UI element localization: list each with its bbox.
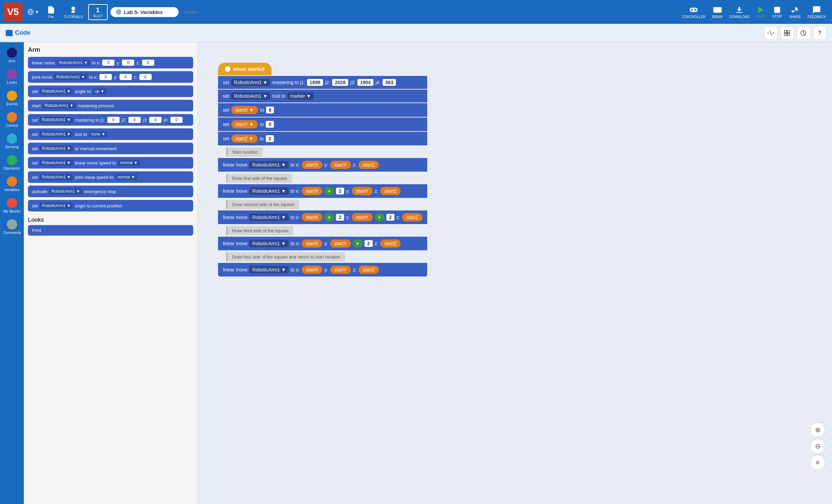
grid-view-button[interactable]: [780, 26, 794, 40]
secondary-bar: Code ?: [0, 24, 832, 42]
set-origin-block[interactable]: set RoboticArm1 ▼ origin to current posi…: [28, 200, 193, 211]
sidebar-item-events[interactable]: Events: [1, 89, 22, 108]
set-joint-speed-block[interactable]: set RoboticArm1 ▼ joint move speed to no…: [28, 171, 193, 183]
canvas-startx-var[interactable]: startX ▼: [231, 106, 258, 114]
canvas-arm-dd-2[interactable]: RoboticArm1 ▼: [231, 92, 271, 100]
canvas-lm-2[interactable]: linear move RoboticArm1 ▼ to x: startX +…: [218, 184, 427, 198]
canvas-arm-dd-1[interactable]: RoboticArm1 ▼: [231, 79, 271, 86]
set-mastering-block[interactable]: set RoboticArm1 ▼ mastering to j1: j2: j…: [28, 114, 193, 126]
canvas-lm2-plus1: +: [324, 187, 334, 195]
robotic-arm-dd-10[interactable]: RoboticArm1 ▼: [49, 188, 82, 194]
robotic-arm-dd-9[interactable]: RoboticArm1 ▼: [40, 174, 73, 180]
comment-second-side[interactable]: Draw second side of the square: [226, 200, 299, 209]
jm-y-input[interactable]: [120, 74, 132, 80]
set-manual-block[interactable]: set RoboticArm1 ▼ to manual movement: [28, 143, 193, 154]
canvas-lm-1[interactable]: linear move RoboticArm1 ▼ to x: startX y…: [218, 158, 427, 172]
sidebar-item-variables[interactable]: Variables: [1, 174, 22, 194]
j3-input[interactable]: [149, 117, 161, 123]
canvas-arm-dd-3[interactable]: RoboticArm1 ▼: [249, 161, 289, 169]
canvas-set-startx[interactable]: set startX ▼ to 8: [218, 103, 427, 117]
robotic-arm-dd-3[interactable]: RoboticArm1 ▼: [40, 88, 73, 94]
globe-button[interactable]: ▼: [25, 7, 41, 17]
zoom-out-button[interactable]: ⊖: [810, 439, 825, 454]
canvas-arm-dd-7[interactable]: RoboticArm1 ▼: [249, 266, 289, 273]
lm-z-input[interactable]: [142, 60, 154, 66]
j1-input[interactable]: [107, 117, 120, 123]
sidebar-item-arm[interactable]: Arm: [1, 46, 22, 65]
canvas-set-tool[interactable]: set RoboticArm1 ▼ tool to marker ▼: [218, 90, 427, 103]
linear-move-block[interactable]: linear move RoboticArm1 ▼ to x: y: z:: [28, 57, 193, 68]
set-tool-block[interactable]: set RoboticArm1 ▼ tool to none ▼: [28, 128, 193, 140]
robotic-arm-dd-2[interactable]: RoboticArm1 ▼: [54, 74, 87, 80]
lm-x-input[interactable]: [102, 60, 114, 66]
robotic-arm-dd-1[interactable]: RoboticArm1 ▼: [57, 60, 90, 66]
share-label: SHARE: [789, 15, 801, 19]
joint-speed-dd[interactable]: normal ▼: [115, 174, 137, 180]
sidebar-item-looks[interactable]: Looks: [1, 67, 22, 86]
start-mastering-block[interactable]: start RoboticArm1 ▼ mastering process: [28, 100, 193, 111]
operators-dot: [7, 155, 17, 165]
comment-fourth-side[interactable]: Draw four side of the square and return …: [226, 252, 345, 262]
robotic-arm-dd-7[interactable]: RoboticArm1 ▼: [40, 145, 73, 152]
sidebar-item-control[interactable]: Control: [1, 110, 22, 129]
tool-dd[interactable]: none ▼: [89, 131, 107, 137]
j4-input[interactable]: [170, 117, 183, 123]
robotic-arm-dd-5[interactable]: RoboticArm1 ▼: [40, 117, 73, 123]
canvas-lm-4[interactable]: linear move RoboticArm1 ▼ to x: startX y…: [218, 237, 427, 250]
sidebar-item-comments[interactable]: Comments: [1, 217, 22, 237]
share-button[interactable]: SHARE: [786, 4, 803, 20]
code-view-button[interactable]: [764, 26, 777, 40]
canvas-set-mastering[interactable]: set RoboticArm1 ▼ mastering to j1: 1898 …: [218, 76, 427, 89]
file-button[interactable]: File: [44, 4, 58, 20]
print-block[interactable]: Print: [28, 225, 193, 236]
set-linear-speed-block[interactable]: set RoboticArm1 ▼ linear move speed to n…: [28, 157, 193, 169]
canvas-arm-dd-6[interactable]: RoboticArm1 ▼: [249, 240, 289, 247]
comment-start-location[interactable]: Start location: [226, 147, 263, 157]
canvas-area[interactable]: when started set RoboticArm1 ▼ mastering…: [198, 42, 832, 504]
canvas-startx-val: 8: [266, 107, 274, 113]
run-button[interactable]: RUN: [754, 4, 768, 20]
canvas-arm-dd-5[interactable]: RoboticArm1 ▼: [249, 214, 289, 221]
code-tab[interactable]: Code: [5, 29, 30, 37]
zoom-in-button[interactable]: ⊕: [810, 422, 825, 437]
sidebar-item-myblocks[interactable]: My Blocks: [1, 196, 22, 215]
canvas-starty-var[interactable]: startY ▼: [231, 120, 258, 128]
robotic-arm-dd-6[interactable]: RoboticArm1 ▼: [40, 131, 73, 137]
controller-button[interactable]: CONTROLLER: [679, 4, 708, 20]
tutorials-button[interactable]: TUTORIALS: [61, 4, 86, 20]
sidebar-item-sensing[interactable]: Sensing: [1, 131, 22, 151]
angle-dd[interactable]: up ▼: [93, 88, 107, 94]
download-button[interactable]: DOWNLOAD: [727, 4, 752, 20]
canvas-lm-3[interactable]: linear move RoboticArm1 ▼ to x: startX +…: [218, 210, 427, 224]
robotic-arm-dd-4[interactable]: RoboticArm1 ▼: [43, 103, 76, 109]
canvas-lm-5[interactable]: linear move RoboticArm1 ▼ to x: startX y…: [218, 263, 427, 277]
canvas-set-starty[interactable]: set startY ▼ to 0: [218, 117, 427, 131]
slot-button[interactable]: 1 SLOT: [88, 4, 108, 20]
comment-first-side[interactable]: Draw first side of the square: [226, 174, 292, 183]
joint-move-block[interactable]: joint move RoboticArm1 ▼ to x: y: z:: [28, 71, 193, 83]
chart-view-button[interactable]: [797, 26, 810, 40]
canvas-tool-dd[interactable]: marker ▼: [288, 92, 314, 100]
lm-y-input[interactable]: [122, 60, 134, 66]
set-angle-block[interactable]: set RoboticArm1 ▼ angle to up ▼: [28, 85, 193, 97]
activate-estop-block[interactable]: activate RoboticArm1 ▼ emergency stop: [28, 186, 193, 197]
j2-input[interactable]: [128, 117, 141, 123]
sidebar-item-operators[interactable]: Operators: [1, 153, 22, 172]
linear-speed-dd[interactable]: normal ▼: [118, 160, 140, 166]
secondary-right: ?: [764, 26, 827, 40]
canvas-arm-dd-4[interactable]: RoboticArm1 ▼: [249, 187, 289, 195]
canvas-set-startz[interactable]: set startZ ▼ to 2: [218, 132, 427, 145]
jm-x-input[interactable]: [99, 74, 112, 80]
brain-button[interactable]: BRAIN: [709, 4, 725, 20]
feedback-button[interactable]: FEEDBACK: [805, 4, 829, 20]
stop-button[interactable]: STOP: [769, 4, 785, 20]
canvas-startz-var[interactable]: startZ ▼: [231, 135, 258, 143]
robotic-arm-dd-11[interactable]: RoboticArm1 ▼: [40, 203, 73, 209]
project-dot: [116, 9, 121, 15]
robotic-arm-dd-8[interactable]: RoboticArm1 ▼: [40, 160, 73, 166]
jm-z-input[interactable]: [139, 74, 152, 80]
zoom-reset-button[interactable]: ≡: [810, 455, 825, 470]
comment-third-side[interactable]: Draw third side of the square: [226, 226, 293, 235]
help-button[interactable]: ?: [813, 26, 827, 40]
when-started-block[interactable]: when started: [218, 63, 272, 75]
